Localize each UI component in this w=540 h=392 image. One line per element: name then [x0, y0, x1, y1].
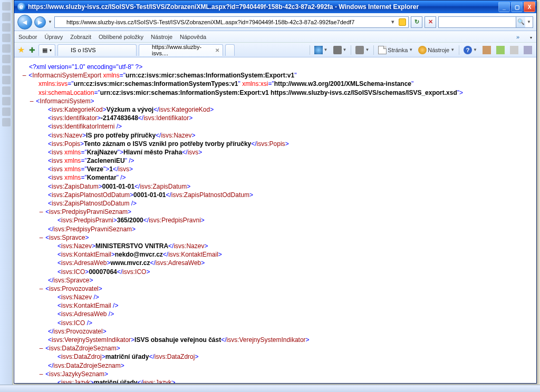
close-button[interactable]: X: [524, 2, 535, 12]
minimize-button[interactable]: _: [498, 2, 510, 12]
address-url[interactable]: https://www.sluzby-isvs.cz/ISoISVS-Test/…: [66, 19, 387, 25]
new-tab-button[interactable]: [225, 44, 235, 56]
address-dropdown[interactable]: ▾: [389, 18, 397, 25]
menu-napoveda[interactable]: Nápověda: [180, 34, 206, 40]
help-button[interactable]: ?▼: [461, 45, 479, 55]
refresh-button[interactable]: ↻: [411, 16, 422, 28]
menu-nastroje[interactable]: Nástroje: [151, 34, 172, 40]
xml-root-open: – <InformacniSystemExport xmlns="urn:cz:…: [22, 71, 529, 80]
rss-button[interactable]: ▼: [331, 45, 349, 55]
print-button[interactable]: ▼: [353, 45, 371, 55]
favorites-icon[interactable]: ★: [16, 45, 26, 55]
tab-row: ★ ✚ ▦▾ IS o ISVS https://www.sluzby-isvs…: [14, 43, 536, 57]
site-icon: [57, 18, 64, 26]
ie-window: https://www.sluzby-isvs.cz/ISoISVS-Test/…: [14, 0, 537, 384]
ie-icon: [17, 3, 26, 11]
nav-history-dropdown[interactable]: ▼: [48, 19, 52, 24]
tab-close-icon[interactable]: ✕: [215, 47, 219, 53]
maximize-button[interactable]: ▢: [511, 2, 523, 12]
menu-bar: Soubor Úpravy Zobrazit Oblíbené položky …: [14, 31, 536, 43]
search-box[interactable]: 🔍 ▼: [438, 16, 533, 28]
collapse-toggle[interactable]: –: [22, 71, 27, 80]
menu-upravy[interactable]: Úpravy: [44, 34, 63, 40]
search-dropdown[interactable]: ▼: [525, 19, 533, 24]
tab-1-label: IS o ISVS: [71, 47, 96, 53]
lock-icon: [399, 18, 406, 26]
menu-chevrons-icon[interactable]: »: [516, 34, 519, 40]
extra-button-3[interactable]: [508, 45, 520, 55]
extra-button-4[interactable]: [522, 45, 534, 55]
xml-declaration: <?xml version="1.0" encoding="utf-8" ?>: [22, 63, 529, 71]
quick-tabs-button[interactable]: ▦▾: [38, 44, 55, 56]
stop-button[interactable]: ✕: [425, 16, 436, 28]
back-button[interactable]: ◄: [17, 15, 32, 30]
menu-settings-icon[interactable]: ▾: [530, 34, 532, 40]
home-button[interactable]: ▼: [312, 45, 330, 55]
xml-viewer[interactable]: <?xml version="1.0" encoding="utf-8" ?> …: [14, 57, 536, 383]
tab-1[interactable]: IS o ISVS: [57, 44, 137, 56]
tab1-favicon: [61, 46, 69, 54]
host-app-status-bar: [0, 385, 540, 392]
address-bar[interactable]: https://www.sluzby-isvs.cz/ISoISVS-Test/…: [54, 16, 409, 28]
forward-button[interactable]: ►: [34, 16, 46, 28]
tab-2[interactable]: https://www.sluzby-isvs.... ✕: [139, 44, 223, 56]
search-button[interactable]: 🔍: [516, 17, 525, 27]
window-titlebar[interactable]: https://www.sluzby-isvs.cz/ISoISVS-Test/…: [14, 1, 536, 13]
menu-oblibene[interactable]: Oblíbené položky: [99, 34, 143, 40]
xml-informacnisystem: – <InformacniSystem>: [22, 97, 529, 105]
navigation-row: ◄ ► ▼ https://www.sluzby-isvs.cz/ISoISVS…: [14, 13, 536, 31]
add-favorite-icon[interactable]: ✚: [28, 46, 36, 54]
host-app-left-toolbar: [0, 0, 13, 392]
menu-soubor[interactable]: Soubor: [18, 34, 37, 40]
extra-button-1[interactable]: [480, 45, 493, 55]
search-input[interactable]: [439, 19, 516, 25]
tab-2-label: https://www.sluzby-isvs....: [152, 44, 213, 56]
tab2-favicon: [142, 46, 150, 54]
page-menu[interactable]: Stránka▼: [376, 45, 415, 55]
tools-menu[interactable]: Nástroje▼: [416, 45, 457, 55]
menu-zobrazit[interactable]: Zobrazit: [70, 34, 91, 40]
extra-button-2[interactable]: [494, 45, 507, 55]
window-title: https://www.sluzby-isvs.cz/ISoISVS-Test/…: [28, 3, 498, 11]
